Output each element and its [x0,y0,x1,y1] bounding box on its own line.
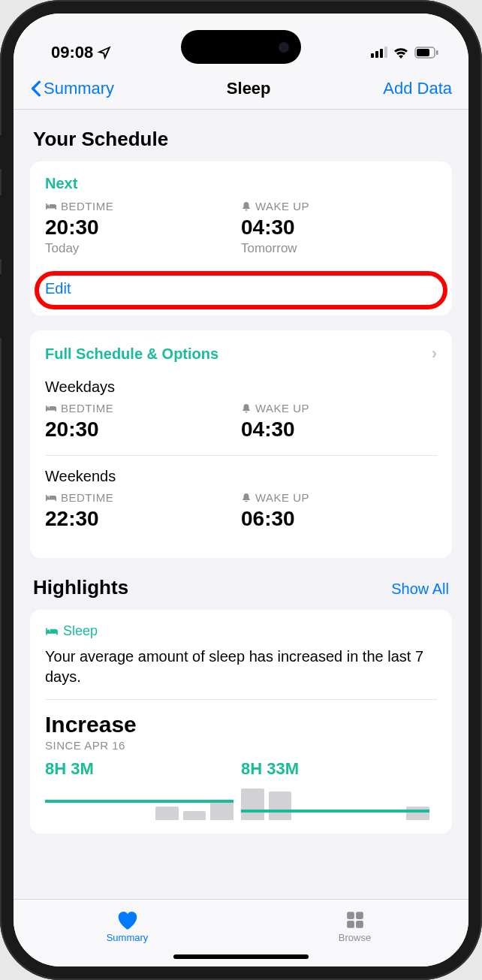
phone-frame: 09:08 Summary Sleep Add Data Your Schedu… [0,0,482,980]
content-scroll[interactable]: Your Schedule Next BEDTIME 20:30 Today [14,110,468,897]
bell-icon [241,403,252,414]
phone-side-button [0,195,2,259]
svg-rect-6 [356,921,363,928]
back-label: Summary [44,79,114,98]
bed-icon [45,493,57,502]
wakeup-column: WAKE UP 04:30 Tomorrow [241,200,437,256]
phone-side-button [0,135,2,169]
chart-bar [269,792,292,820]
edit-row: Edit [45,268,437,302]
next-label: Next [45,175,437,192]
status-time: 09:08 [51,43,93,62]
nav-bar: Summary Sleep Add Data [14,70,468,110]
screen: 09:08 Summary Sleep Add Data Your Schedu… [14,14,468,966]
dynamic-island [181,30,301,64]
weekends-bedtime: 22:30 [45,507,241,531]
chevron-left-icon [30,80,42,97]
chart-bar [210,801,233,820]
weekdays-wakeup: 04:30 [241,418,437,442]
wifi-icon [393,47,409,59]
svg-rect-1 [417,49,429,56]
show-all-button[interactable]: Show All [391,580,449,598]
highlight-summary: Your average amount of sleep has increas… [45,647,437,700]
add-data-button[interactable]: Add Data [383,79,452,98]
bedtime-label: BEDTIME [61,402,113,415]
bedtime-label: BEDTIME [61,491,113,504]
weekdays-label: Weekdays [45,378,437,396]
tab-browse-label: Browse [339,932,371,943]
edit-button[interactable]: Edit [45,280,437,297]
bed-icon [45,202,57,211]
weekdays-block: Weekdays BEDTIME 20:30 WA [45,374,437,455]
full-schedule-title: Full Schedule & Options [45,345,218,363]
svg-rect-4 [356,912,363,919]
tab-browse[interactable]: Browse [241,900,468,953]
bedtime-column: BEDTIME 20:30 Today [45,200,241,256]
increase-title: Increase [45,712,437,737]
wakeup-label: WAKE UP [255,402,309,415]
full-schedule-card[interactable]: Full Schedule & Options › Weekdays BEDTI… [30,330,452,558]
bell-icon [241,493,252,503]
highlights-title: Highlights [33,576,128,599]
bedtime-value: 20:30 [45,216,241,240]
back-button[interactable]: Summary [30,79,114,98]
chart-bar [155,807,179,820]
tab-summary[interactable]: Summary [14,900,241,953]
weekends-wakeup: 06:30 [241,507,437,531]
wakeup-day: Tomorrow [241,241,437,256]
wakeup-value: 04:30 [241,216,437,240]
weekends-block: Weekends BEDTIME 22:30 WA [45,455,437,544]
chart-bar [241,789,264,820]
svg-rect-2 [436,50,438,55]
bedtime-day: Today [45,241,241,256]
duration-before: 8H 3M [45,759,241,779]
highlight-card[interactable]: Sleep Your average amount of sleep has i… [30,610,452,834]
svg-rect-3 [347,912,354,919]
phone-side-button [0,274,2,338]
chart-bar [406,807,429,820]
weekdays-bedtime: 20:30 [45,418,241,442]
bell-icon [241,201,252,212]
tab-summary-label: Summary [107,932,149,943]
bed-icon [45,626,59,637]
sleep-trend-chart [45,786,437,820]
next-schedule-card: Next BEDTIME 20:30 Today WAKE UP [30,161,452,315]
sleep-tag-label: Sleep [63,623,98,639]
location-icon [98,46,111,59]
bed-icon [45,404,57,413]
section-title-schedule: Your Schedule [33,128,452,151]
battery-icon [414,47,438,59]
chevron-right-icon: › [432,344,437,363]
heart-icon [116,909,139,930]
chart-bar [183,811,206,820]
page-title: Sleep [227,79,271,98]
wakeup-label: WAKE UP [255,491,309,504]
weekends-label: Weekends [45,468,437,485]
home-indicator[interactable] [173,954,309,959]
svg-rect-5 [347,921,354,928]
bedtime-label: BEDTIME [61,200,113,213]
cellular-icon [371,47,387,58]
duration-after: 8H 33M [241,759,437,779]
since-label: SINCE APR 16 [45,739,437,752]
wakeup-label: WAKE UP [255,200,309,213]
grid-icon [345,910,365,930]
